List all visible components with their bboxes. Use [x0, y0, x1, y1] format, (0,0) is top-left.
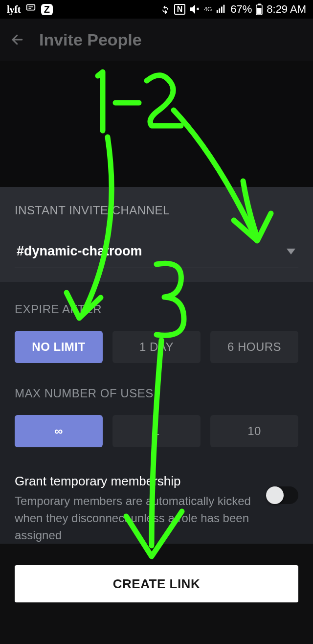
- max-uses-option-infinity[interactable]: ∞: [15, 415, 103, 447]
- chevron-down-icon: [287, 249, 295, 254]
- z-app-icon: Z: [41, 4, 53, 15]
- signal-icon: [216, 4, 226, 15]
- expire-after-options: NO LIMIT 1 DAY 6 HOURS: [15, 331, 298, 363]
- max-uses-label: MAX NUMBER OF USES: [15, 387, 298, 400]
- temp-membership-title: Grant temporary membership: [15, 474, 255, 489]
- status-bar: lyft Z N 4G 67% 8:29 AM: [0, 0, 313, 19]
- temp-membership-desc: Temporary members are automatically kick…: [15, 493, 255, 544]
- lyft-icon: lyft: [7, 3, 21, 16]
- expire-option-1-day[interactable]: 1 DAY: [112, 331, 201, 363]
- header: Invite People: [0, 19, 313, 61]
- network-type: 4G: [204, 6, 212, 12]
- svg-rect-2: [258, 4, 261, 5]
- temp-membership-toggle[interactable]: [266, 486, 298, 504]
- temporary-membership-setting: Grant temporary membership Temporary mem…: [15, 474, 298, 544]
- nfc-icon: N: [174, 4, 186, 15]
- channel-dropdown[interactable]: #dynamic-chatroom: [15, 244, 298, 268]
- battery-percent: 67%: [230, 3, 252, 16]
- back-button[interactable]: [10, 32, 25, 47]
- sync-icon: [160, 4, 170, 14]
- page-title: Invite People: [39, 30, 142, 49]
- messages-icon: [25, 2, 36, 16]
- battery-icon: [256, 3, 263, 15]
- max-uses-option-1[interactable]: 1: [112, 415, 201, 447]
- channel-selected: #dynamic-chatroom: [17, 244, 142, 259]
- expire-option-no-limit[interactable]: NO LIMIT: [15, 331, 103, 363]
- max-uses-options: ∞ 1 10: [15, 415, 298, 447]
- max-uses-option-10[interactable]: 10: [210, 415, 298, 447]
- invite-channel-panel: INSTANT INVITE CHANNEL #dynamic-chatroom: [0, 187, 313, 282]
- invite-channel-label: INSTANT INVITE CHANNEL: [15, 204, 298, 217]
- expire-after-label: EXPIRE AFTER: [15, 302, 298, 316]
- svg-rect-3: [257, 8, 262, 14]
- expire-option-6-hours[interactable]: 6 HOURS: [210, 331, 298, 363]
- mute-icon: [189, 4, 200, 15]
- create-link-button[interactable]: CREATE LINK: [15, 565, 298, 602]
- clock: 8:29 AM: [267, 3, 306, 16]
